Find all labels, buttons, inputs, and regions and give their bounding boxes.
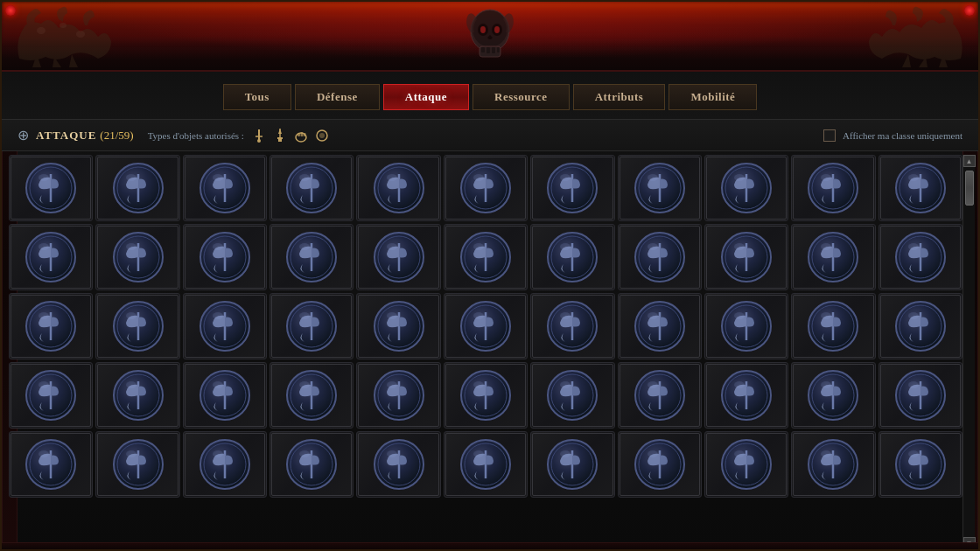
skill-cell-19[interactable] — [704, 224, 788, 290]
skill-cell-8[interactable] — [704, 155, 788, 221]
skill-cell-17[interactable] — [530, 224, 614, 290]
skill-cell-3[interactable] — [270, 155, 354, 221]
tab-attaque[interactable]: Attaque — [383, 84, 469, 110]
svg-point-118 — [38, 312, 49, 319]
svg-point-230 — [560, 450, 570, 457]
skill-cell-11[interactable] — [9, 224, 93, 290]
skill-cell-14[interactable] — [270, 224, 354, 290]
skill-cell-41[interactable] — [704, 362, 788, 429]
svg-point-146 — [648, 312, 658, 319]
skill-cell-36[interactable] — [270, 362, 354, 429]
skill-cell-28[interactable] — [530, 293, 614, 359]
svg-point-190 — [648, 381, 658, 388]
center-skull-decoration — [464, 6, 516, 63]
skill-cell-34[interactable] — [95, 362, 179, 429]
svg-point-46 — [387, 174, 397, 181]
tab-attributs[interactable]: Attributs — [573, 84, 666, 110]
svg-point-210 — [126, 450, 136, 457]
skill-icon-49 — [459, 438, 512, 491]
skill-cell-9[interactable] — [791, 155, 875, 221]
skill-cell-53[interactable] — [791, 431, 875, 498]
skill-cell-43[interactable] — [878, 362, 962, 429]
svg-point-90 — [387, 243, 397, 250]
skill-icon-45 — [112, 438, 164, 491]
skill-cell-29[interactable] — [618, 293, 702, 359]
class-filter-label: Afficher ma classe uniquement — [843, 130, 962, 141]
scrollbar-thumb[interactable] — [965, 171, 974, 206]
skill-cell-16[interactable] — [444, 224, 528, 290]
skill-cell-48[interactable] — [356, 431, 440, 498]
section-expand-icon[interactable]: ⊕ — [18, 127, 29, 143]
svg-point-54 — [560, 174, 570, 181]
skill-cell-12[interactable] — [95, 224, 179, 290]
skill-cell-39[interactable] — [530, 362, 614, 429]
skill-cell-10[interactable] — [878, 155, 962, 221]
skill-cell-40[interactable] — [618, 362, 702, 429]
svg-point-74 — [38, 243, 49, 250]
skill-cell-32[interactable] — [878, 293, 962, 359]
skill-cell-24[interactable] — [183, 293, 267, 359]
skill-cell-38[interactable] — [444, 362, 528, 429]
tab-tous[interactable]: Tous — [223, 84, 291, 110]
svg-point-182 — [473, 381, 484, 388]
skill-cell-22[interactable] — [9, 293, 93, 359]
skill-cell-54[interactable] — [878, 431, 962, 498]
type-icons-container — [251, 128, 330, 143]
skill-icon-6 — [546, 162, 598, 214]
skill-cell-6[interactable] — [530, 155, 614, 221]
skill-cell-0[interactable] — [9, 155, 93, 221]
svg-rect-12 — [492, 47, 495, 53]
scroll-up-button[interactable]: ▲ — [963, 155, 976, 167]
skill-cell-15[interactable] — [356, 224, 440, 290]
skill-cell-33[interactable] — [9, 362, 93, 429]
skill-cell-44[interactable] — [9, 431, 93, 498]
skill-cell-20[interactable] — [791, 224, 875, 290]
skill-cell-50[interactable] — [530, 431, 614, 498]
skill-icon-13 — [199, 231, 251, 283]
skill-cell-46[interactable] — [183, 431, 267, 498]
skill-cell-42[interactable] — [791, 362, 875, 429]
bottom-decorative-bar — [2, 542, 978, 549]
skill-cell-26[interactable] — [356, 293, 440, 359]
tab-mobilite[interactable]: Mobilité — [668, 84, 757, 110]
skill-cell-7[interactable] — [618, 155, 702, 221]
skill-cell-51[interactable] — [618, 431, 702, 498]
skill-cell-35[interactable] — [183, 362, 267, 429]
skill-cell-21[interactable] — [878, 224, 962, 290]
skill-cell-52[interactable] — [704, 431, 788, 498]
skill-cell-37[interactable] — [356, 362, 440, 429]
skill-cell-25[interactable] — [270, 293, 354, 359]
skill-cell-5[interactable] — [444, 155, 528, 221]
skill-cell-49[interactable] — [444, 431, 528, 498]
skill-icon-4 — [373, 162, 425, 214]
skill-icon-19 — [720, 231, 773, 283]
svg-point-98 — [560, 243, 570, 250]
skill-cell-31[interactable] — [791, 293, 875, 359]
skill-cell-18[interactable] — [618, 224, 702, 290]
skill-cell-45[interactable] — [95, 431, 179, 498]
skill-icon-16 — [459, 231, 512, 283]
skill-cell-27[interactable] — [444, 293, 528, 359]
skill-icon-27 — [459, 300, 512, 352]
type-icon-dagger — [272, 128, 288, 143]
skill-icon-43 — [894, 369, 947, 422]
svg-point-222 — [387, 450, 397, 457]
skill-icon-3 — [285, 162, 338, 214]
skill-cell-2[interactable] — [183, 155, 267, 221]
class-filter-checkbox[interactable] — [823, 129, 836, 142]
svg-point-78 — [126, 243, 136, 250]
svg-point-42 — [299, 174, 310, 181]
skill-cell-47[interactable] — [270, 431, 354, 498]
skill-cell-30[interactable] — [704, 293, 788, 359]
tab-defense[interactable]: Défense — [295, 84, 380, 110]
svg-point-162 — [38, 381, 49, 388]
svg-point-34 — [126, 174, 136, 181]
skill-icon-29 — [634, 300, 686, 352]
skill-cell-4[interactable] — [356, 155, 440, 221]
skill-icon-32 — [894, 300, 947, 352]
tab-ressource[interactable]: Ressource — [472, 84, 570, 110]
svg-point-126 — [213, 312, 223, 319]
skill-cell-13[interactable] — [183, 224, 267, 290]
skill-cell-23[interactable] — [95, 293, 179, 359]
skill-cell-1[interactable] — [95, 155, 179, 221]
